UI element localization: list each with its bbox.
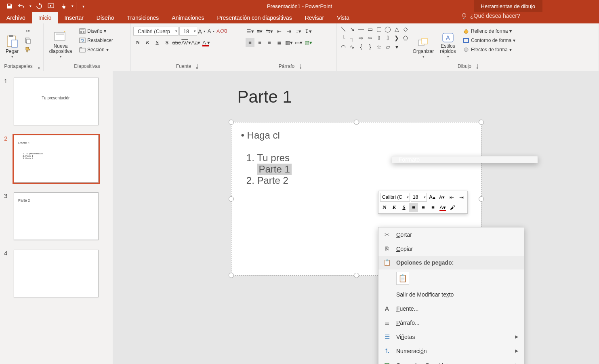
align-text-icon[interactable]: ▭▾ (294, 38, 303, 47)
shape-arrowd-icon[interactable]: ⇩ (384, 34, 392, 42)
tab-transitions[interactable]: Transiciones (120, 12, 165, 23)
shadow-button[interactable]: S (162, 38, 171, 47)
change-case-button[interactable]: Aa▾ (191, 38, 200, 47)
align-left-icon[interactable]: ≡ (246, 38, 254, 47)
menu-exit-edit-text[interactable]: Salir de Modificar texto (378, 287, 524, 301)
mini-bold-button[interactable]: N (380, 203, 389, 212)
resize-handle[interactable] (354, 273, 359, 278)
shapes-gallery[interactable]: ＼↘—▭▢◯△◇ └┐⇨⇦⇧⇩❯⬠ ◠∿{}☆▱▾ (339, 25, 410, 51)
bullets-button[interactable]: ☰▾ (246, 27, 254, 36)
mini-increase-font-icon[interactable]: A▴ (428, 193, 437, 202)
list-item-selected[interactable]: Parte 1 (257, 164, 292, 175)
qat-customize-icon[interactable]: ▾ (78, 1, 88, 11)
resize-handle[interactable] (229, 120, 234, 125)
line-spacing-icon[interactable]: ↕▾ (294, 27, 303, 36)
strikethrough-button[interactable]: abc (172, 38, 181, 47)
menu-bullets[interactable]: ☰Viñetas▶ (378, 330, 524, 344)
tab-format[interactable]: Formato (392, 156, 538, 163)
undo-more-icon[interactable]: ▾ (28, 1, 32, 11)
slide-canvas[interactable]: Parte 1 • Haga cl Tu pres Parte 1 Parte … (113, 71, 599, 364)
quick-styles-button[interactable]: A Estilos rápidos▾ (437, 25, 459, 59)
text-direction-icon[interactable]: ↧▾ (304, 27, 313, 36)
cut-icon[interactable]: ✂ (23, 27, 32, 36)
shape-brace-l-icon[interactable]: { (357, 43, 365, 51)
menu-numbering[interactable]: ⒈Numeración▶ (378, 344, 524, 358)
increase-font-icon[interactable]: A▴ (198, 27, 207, 36)
mini-italic-button[interactable]: K (390, 203, 399, 212)
mini-align-left-icon[interactable]: ≡ (409, 203, 418, 212)
resize-handle[interactable] (229, 273, 234, 278)
resize-handle[interactable] (229, 196, 234, 202)
menu-cut[interactable]: ✂Cortar (378, 227, 524, 242)
thumbnail-slide-4[interactable]: 4 (4, 250, 109, 297)
thumbnail-slide-1[interactable]: 1 Tu presentación (4, 78, 109, 125)
shape-star-icon[interactable]: ☆ (375, 43, 383, 51)
decrease-font-icon[interactable]: A▾ (208, 27, 216, 36)
resize-handle[interactable] (479, 196, 484, 202)
mini-underline-button[interactable]: S (399, 203, 408, 212)
mini-dec-indent-icon[interactable]: ⇤ (447, 193, 456, 202)
tab-file[interactable]: Archivo (0, 12, 32, 23)
thumbnail-slide-2[interactable]: 2 Parte 1 Tu presentación Parte 1 Parte … (4, 135, 109, 183)
touch-mode-icon[interactable] (58, 1, 69, 11)
shape-brace-r-icon[interactable]: } (366, 43, 374, 51)
arrange-button[interactable]: Organizar▾ (411, 25, 435, 59)
mini-format-painter-icon[interactable]: 🖌 (448, 203, 457, 212)
shape-arrow-icon[interactable]: ↘ (348, 25, 356, 33)
paste-button[interactable]: Pegar ▾ (2, 25, 22, 59)
numbering-button[interactable]: ≡▾ (255, 27, 264, 36)
shape-arrowl-icon[interactable]: ⇦ (366, 34, 374, 42)
justify-icon[interactable]: ≣ (275, 38, 284, 47)
font-launcher-icon[interactable] (193, 64, 198, 68)
format-painter-icon[interactable] (23, 45, 32, 54)
layout-button[interactable]: Diseño ▾ (77, 27, 116, 36)
shape-outline-button[interactable]: Contorno de forma ▾ (460, 36, 518, 45)
shape-arrowr-icon[interactable]: ⇨ (357, 34, 365, 42)
resize-handle[interactable] (354, 120, 359, 125)
underline-button[interactable]: S (153, 38, 162, 47)
tab-review[interactable]: Revisar (298, 12, 330, 23)
start-slideshow-icon[interactable] (46, 1, 57, 11)
resize-handle[interactable] (479, 120, 484, 125)
menu-paragraph[interactable]: ≣Párrafo... (378, 316, 524, 330)
clear-formatting-icon[interactable]: A⌫ (217, 27, 226, 36)
shape-triangle-icon[interactable]: △ (393, 25, 401, 33)
columns-icon[interactable]: ▥▾ (284, 38, 293, 47)
list-level-button[interactable]: ⇆▾ (265, 27, 274, 36)
drawing-launcher-icon[interactable] (474, 64, 478, 68)
tab-home[interactable]: Inicio (32, 12, 58, 23)
shape-elbow2-icon[interactable]: ┐ (348, 34, 356, 42)
mini-align-center-icon[interactable]: ≡ (419, 203, 428, 212)
shape-line2-icon[interactable]: — (357, 25, 365, 33)
clipboard-launcher-icon[interactable] (35, 64, 39, 68)
mini-inc-indent-icon[interactable]: ⇥ (457, 193, 466, 202)
tab-animations[interactable]: Animaciones (165, 12, 210, 23)
mini-size-combo[interactable]: 18 (411, 193, 427, 202)
char-spacing-button[interactable]: AV▾ (182, 38, 191, 47)
slide-thumbnail-panel[interactable]: 1 Tu presentación 2 Parte 1 Tu presentac… (0, 71, 113, 364)
menu-convert-smartart[interactable]: ▧Convertir a SmartArt▶ (378, 358, 524, 364)
mini-font-combo[interactable]: Calibri (C (380, 193, 410, 202)
thumbnail-slide-3[interactable]: 3 Parte 2 (4, 192, 109, 240)
tab-insert[interactable]: Insertar (58, 12, 90, 23)
redo-icon[interactable] (34, 1, 44, 11)
mini-decrease-font-icon[interactable]: A▾ (437, 193, 446, 202)
shape-oval-icon[interactable]: ◯ (384, 25, 392, 33)
shape-effects-button[interactable]: Efectos de forma ▾ (460, 45, 518, 54)
mini-font-color-button[interactable]: A▾ (438, 203, 447, 212)
tab-view[interactable]: Vista (330, 12, 356, 23)
tab-slideshow[interactable]: Presentación con diapositivas (210, 12, 298, 23)
tab-design[interactable]: Diseño (90, 12, 121, 23)
smartart-convert-icon[interactable]: ▧▾ (304, 38, 313, 47)
shape-arrowu-icon[interactable]: ⇧ (375, 34, 383, 42)
mini-align-right-icon[interactable]: ≡ (429, 203, 437, 212)
font-color-button[interactable]: A▾ (201, 38, 210, 47)
new-slide-button[interactable]: Nueva diapositiva ▾ (46, 25, 75, 59)
shape-pent-icon[interactable]: ⬠ (401, 34, 410, 42)
font-size-combo[interactable]: 18 (179, 27, 197, 36)
bold-button[interactable]: N (133, 38, 142, 47)
copy-icon[interactable] (23, 36, 32, 45)
save-icon[interactable] (4, 1, 15, 11)
shape-elbow-icon[interactable]: └ (339, 34, 347, 42)
shape-rrect-icon[interactable]: ▢ (375, 25, 383, 33)
